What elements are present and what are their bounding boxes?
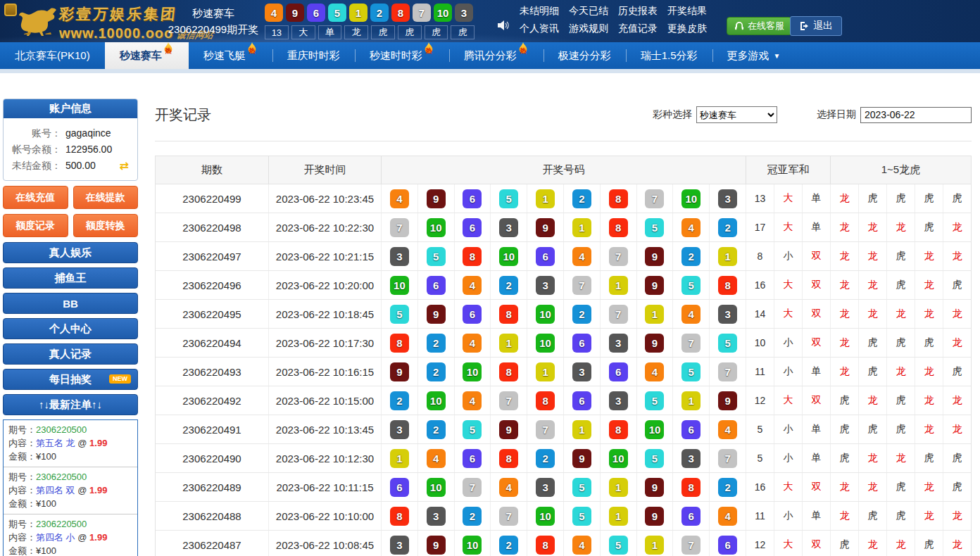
header-link[interactable]: 游戏规则 — [569, 23, 608, 35]
header-link[interactable]: 充值记录 — [618, 23, 658, 35]
row-ball-cell: 8 — [490, 300, 527, 328]
table-row: 2306220492 2023-06-22 10:15:00 210478635… — [156, 386, 971, 415]
wallet-action-button[interactable]: 在线充值 — [3, 186, 68, 209]
logo-horse-icon — [18, 6, 58, 37]
table-row: 2306220499 2023-06-22 10:23:45 496512871… — [156, 184, 971, 213]
result-ball: 2 — [463, 507, 482, 526]
row-time: 2023-06-22 10:18:45 — [268, 300, 381, 328]
logout-label: 退出 — [813, 20, 833, 32]
wallet-action-button[interactable]: 在线提款 — [73, 186, 139, 209]
row-dragon-tiger: 虎 — [943, 444, 971, 472]
header-link[interactable]: 历史报表 — [618, 5, 658, 18]
row-dragon-tiger: 虎 — [830, 531, 858, 556]
nav-tab[interactable]: 秒速飞艇 热 — [189, 42, 272, 69]
result-ball: 5 — [427, 247, 446, 266]
bet-odds: 1.99 — [89, 532, 107, 543]
row-time: 2023-06-22 10:22:30 — [268, 213, 381, 241]
wallet-action-button[interactable]: 额度记录 — [3, 214, 68, 237]
sidebar-menu-button[interactable]: 个人中心 — [3, 318, 138, 339]
refresh-icon[interactable]: ⇄ — [120, 160, 129, 172]
row-ball-cell: 8 — [381, 329, 417, 357]
sidebar-menu-button[interactable]: 真人娱乐 — [3, 242, 138, 263]
row-ball-cell: 7 — [600, 300, 636, 328]
result-ball: 1 — [536, 362, 555, 381]
row-ball-cell: 5 — [563, 502, 600, 530]
result-ball: 3 — [390, 536, 409, 555]
nav-tab[interactable]: 腾讯分分彩 热 — [449, 42, 544, 69]
sidebar-menu-button[interactable]: BB — [3, 293, 138, 314]
logout-button[interactable]: 退出 — [790, 16, 842, 36]
bet-amount: ¥100 — [36, 545, 56, 556]
sidebar-menu-button[interactable]: 真人记录 — [3, 343, 138, 365]
row-time: 2023-06-22 10:10:00 — [268, 502, 381, 530]
online-service-button[interactable]: 在线客服 — [727, 17, 792, 35]
row-dragon-tiger: 龙 — [943, 242, 971, 270]
row-time: 2023-06-22 10:08:45 — [268, 531, 381, 556]
row-ball-cell: 2 — [709, 473, 746, 501]
row-ball-cell: 10 — [417, 473, 454, 501]
row-period: 2306220490 — [156, 444, 268, 472]
row-ball-cell: 10 — [454, 531, 491, 556]
header-link[interactable]: 更换皮肤 — [667, 23, 707, 35]
nav-tab[interactable]: 秒速时时彩 热 — [355, 42, 449, 69]
table-row: 2306220490 2023-06-22 10:12:30 146829105… — [156, 444, 971, 473]
row-ball-cell: 4 — [636, 358, 673, 386]
row-size: 大 — [774, 271, 802, 299]
header-link[interactable]: 个人资讯 — [520, 23, 559, 35]
row-ball-cell: 6 — [672, 415, 709, 443]
page-title: 开奖记录 — [155, 106, 211, 125]
table-body: 2306220499 2023-06-22 10:23:45 496512871… — [156, 184, 971, 556]
result-ball: 4 — [390, 189, 409, 208]
row-ball-cell: 6 — [672, 502, 709, 530]
row-dragon-tiger: 龙 — [830, 473, 858, 501]
date-input[interactable] — [860, 107, 972, 123]
row-ball-cell: 2 — [527, 444, 563, 472]
result-ball: 4 — [718, 420, 737, 439]
account-rows: 账号： gagaqince 帐号余额： 122956.00 未结金额： 500.… — [4, 118, 137, 180]
row-ball-cell: 5 — [563, 473, 600, 501]
nav-tab[interactable]: 北京赛车(PK10) — [0, 42, 105, 69]
result-summary-box: 虎 — [398, 25, 422, 39]
logo-seal-icon — [4, 4, 17, 16]
row-ball-cell: 8 — [490, 444, 527, 472]
sidebar-menu-button[interactable]: 捕鱼王 — [3, 267, 138, 289]
row-parity: 双 — [802, 386, 830, 415]
row-period: 2306220489 — [156, 473, 268, 501]
sidebar-menu-button[interactable]: 每日抽奖 NEW — [3, 369, 138, 390]
sidebar-menu-button[interactable]: ↑↓最新注单↑↓ — [3, 394, 138, 415]
row-ball-cell: 4 — [563, 242, 600, 270]
row-dragon-tiger: 龙 — [858, 473, 886, 501]
header-link[interactable]: 开奖结果 — [667, 5, 707, 18]
result-ball: 7 — [413, 4, 431, 22]
speaker-icon[interactable] — [496, 18, 510, 35]
row-ball-cell: 1 — [381, 444, 417, 472]
nav-tab[interactable]: 秒速赛车 热 — [105, 42, 189, 69]
nav-tab-label: 秒速赛车 — [120, 49, 162, 63]
col-header-time: 开奖时间 — [268, 156, 381, 184]
nav-tab[interactable]: 重庆时时彩 — [272, 42, 355, 69]
wallet-action-button[interactable]: 额度转换 — [73, 214, 139, 237]
row-ball-cell: 1 — [600, 473, 636, 501]
hot-flame-icon: 热 — [517, 42, 529, 57]
row-dragon-tiger: 龙 — [886, 358, 915, 386]
row-ball-cell: 7 — [563, 271, 600, 299]
result-ball: 1 — [718, 247, 737, 266]
nav-tab[interactable]: 更多游戏 ▼ — [712, 42, 796, 69]
chevron-down-icon: ▼ — [774, 52, 781, 60]
result-ball: 6 — [681, 420, 701, 439]
lottery-select[interactable]: 秒速赛车 — [696, 106, 777, 123]
row-dragon-tiger: 龙 — [943, 329, 971, 357]
result-ball: 1 — [645, 536, 664, 555]
result-ball: 8 — [718, 276, 737, 295]
row-dragon-tiger: 龙 — [858, 531, 886, 556]
nav-tab-label: 北京赛车(PK10) — [15, 49, 90, 63]
header-link[interactable]: 未结明细 — [520, 5, 559, 18]
nav-tab[interactable]: 瑞士1.5分彩 — [626, 42, 712, 69]
header-link[interactable]: 今天已结 — [569, 5, 608, 18]
result-ball: 10 — [434, 4, 452, 22]
row-period: 2306220487 — [156, 531, 268, 556]
nav-tab[interactable]: 极速分分彩 — [544, 42, 626, 69]
row-ball-cell: 3 — [709, 184, 746, 213]
col-header-period: 期数 — [156, 156, 268, 184]
row-sum: 5 — [746, 415, 774, 443]
